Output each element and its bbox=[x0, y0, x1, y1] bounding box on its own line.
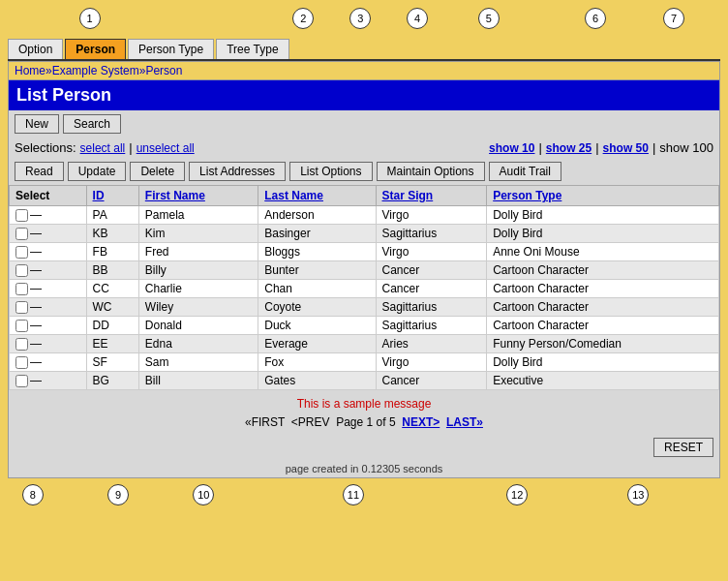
prev-link-text[interactable]: <PREV bbox=[291, 415, 330, 429]
row-checkbox[interactable] bbox=[15, 246, 28, 259]
table-row: —KBKimBasingerSagittariusDolly Bird bbox=[10, 225, 719, 243]
annotation-9: 9 bbox=[107, 484, 129, 505]
table-row: —PAPamelaAndersonVirgoDolly Bird bbox=[10, 206, 719, 225]
annotation-7: 7 bbox=[663, 8, 684, 29]
cell-lastname: Anderson bbox=[258, 206, 376, 225]
col-header-lastname[interactable]: Last Name bbox=[258, 186, 376, 206]
row-checkbox[interactable] bbox=[15, 356, 28, 369]
audit-trail-button[interactable]: Audit Trail bbox=[489, 162, 561, 181]
row-line: — bbox=[30, 374, 42, 387]
row-checkbox[interactable] bbox=[15, 209, 28, 222]
last-link[interactable]: LAST» bbox=[446, 415, 483, 429]
col-header-id[interactable]: ID bbox=[86, 186, 138, 206]
select-cell: — bbox=[10, 298, 87, 317]
col-header-firstname[interactable]: First Name bbox=[138, 186, 258, 206]
show-100-text: show 100 bbox=[659, 140, 713, 155]
cell-lastname: Basinger bbox=[258, 225, 376, 243]
row-line: — bbox=[30, 355, 42, 369]
separator1: | bbox=[129, 140, 132, 155]
row-checkbox[interactable] bbox=[15, 320, 28, 332]
table-row: —BGBillGatesCancerExecutive bbox=[10, 372, 719, 390]
annotation-3: 3 bbox=[349, 8, 371, 29]
cell-lastname: Bloggs bbox=[258, 243, 376, 261]
select-cell: — bbox=[10, 280, 87, 298]
sep4: | bbox=[652, 140, 655, 155]
cell-firstname: Billy bbox=[138, 261, 258, 280]
top-annotations: 1 2 3 4 5 6 7 bbox=[8, 8, 720, 35]
col-header-persontype[interactable]: Person Type bbox=[487, 186, 719, 206]
breadcrumb: Home»Example System»Person bbox=[9, 62, 719, 80]
show-50-link[interactable]: show 50 bbox=[603, 141, 649, 155]
tab-person[interactable]: Person bbox=[65, 39, 126, 59]
new-button[interactable]: New bbox=[15, 114, 59, 134]
page-info: Page 1 of 5 bbox=[336, 415, 395, 429]
show-25-link[interactable]: show 25 bbox=[546, 141, 592, 155]
col-header-starsign[interactable]: Star Sign bbox=[376, 186, 487, 206]
table-row: —DDDonaldDuckSagittariusCartoon Characte… bbox=[10, 317, 719, 335]
cell-id: EE bbox=[86, 335, 138, 353]
unselect-all-link[interactable]: unselect all bbox=[136, 141, 195, 155]
row-checkbox[interactable] bbox=[15, 283, 28, 295]
annotation-10: 10 bbox=[193, 484, 214, 505]
annotation-1: 1 bbox=[79, 8, 101, 29]
row-checkbox[interactable] bbox=[15, 375, 28, 387]
cell-id: KB bbox=[86, 225, 138, 243]
select-cell: — bbox=[10, 206, 87, 225]
page-title: List Person bbox=[9, 80, 719, 110]
cell-starsign: Aries bbox=[376, 335, 487, 353]
list-options-button[interactable]: List Options bbox=[289, 162, 372, 181]
cell-firstname: Sam bbox=[138, 353, 258, 372]
table-row: —SFSamFoxVirgoDolly Bird bbox=[10, 353, 719, 372]
cell-lastname: Duck bbox=[258, 317, 376, 335]
update-button[interactable]: Update bbox=[68, 162, 127, 181]
annotation-5: 5 bbox=[478, 8, 500, 29]
cell-id: DD bbox=[86, 317, 138, 335]
cell-id: PA bbox=[86, 206, 138, 225]
cell-lastname: Fox bbox=[258, 353, 376, 372]
breadcrumb-link[interactable]: Home»Example System»Person bbox=[15, 64, 182, 77]
annotation-12: 12 bbox=[506, 484, 528, 505]
next-link[interactable]: NEXT> bbox=[402, 415, 440, 429]
cell-persontype: Cartoon Character bbox=[487, 317, 719, 335]
list-addresses-button[interactable]: List Addresses bbox=[189, 162, 286, 181]
cell-starsign: Sagittarius bbox=[376, 298, 487, 317]
first-link-text[interactable]: «FIRST bbox=[245, 415, 285, 429]
cell-starsign: Sagittarius bbox=[376, 317, 487, 335]
row-line: — bbox=[30, 263, 42, 277]
tab-tree-type[interactable]: Tree Type bbox=[216, 39, 288, 59]
delete-button[interactable]: Delete bbox=[130, 162, 185, 181]
reset-button[interactable]: RESET bbox=[653, 438, 713, 457]
page-created: page created in 0.12305 seconds bbox=[9, 460, 719, 477]
cell-starsign: Sagittarius bbox=[376, 225, 487, 243]
annotation-2: 2 bbox=[292, 8, 314, 29]
pagination-links: «FIRST <PREV Page 1 of 5 NEXT> LAST» bbox=[13, 413, 715, 431]
maintain-options-button[interactable]: Maintain Options bbox=[377, 162, 485, 181]
read-button[interactable]: Read bbox=[15, 162, 64, 181]
row-line: — bbox=[30, 245, 42, 259]
tab-person-type[interactable]: Person Type bbox=[128, 39, 214, 59]
cell-firstname: Edna bbox=[138, 335, 258, 353]
row-checkbox[interactable] bbox=[15, 338, 28, 351]
tab-option[interactable]: Option bbox=[8, 39, 63, 59]
cell-id: WC bbox=[86, 298, 138, 317]
row-checkbox[interactable] bbox=[15, 264, 28, 277]
select-all-link[interactable]: select all bbox=[80, 141, 126, 155]
cell-id: CC bbox=[86, 280, 138, 298]
row-checkbox[interactable] bbox=[15, 228, 28, 240]
search-button[interactable]: Search bbox=[63, 114, 121, 134]
cell-lastname: Chan bbox=[258, 280, 376, 298]
cell-firstname: Donald bbox=[138, 317, 258, 335]
cell-starsign: Cancer bbox=[376, 372, 487, 390]
table-row: —FBFredBloggsVirgoAnne Oni Mouse bbox=[10, 243, 719, 261]
cell-persontype: Executive bbox=[487, 372, 719, 390]
cell-id: FB bbox=[86, 243, 138, 261]
cell-lastname: Everage bbox=[258, 335, 376, 353]
annotation-13: 13 bbox=[627, 484, 649, 505]
cell-starsign: Cancer bbox=[376, 261, 487, 280]
row-checkbox[interactable] bbox=[15, 301, 28, 314]
select-cell: — bbox=[10, 353, 87, 372]
toolbar: New Search bbox=[9, 110, 719, 138]
show-10-link[interactable]: show 10 bbox=[489, 141, 534, 155]
cell-firstname: Kim bbox=[138, 225, 258, 243]
select-cell: — bbox=[10, 243, 87, 261]
